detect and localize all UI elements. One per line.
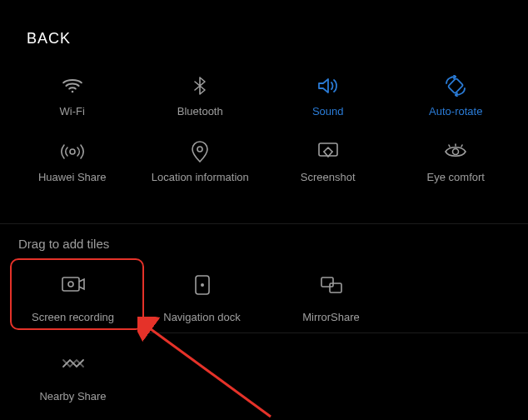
- sound-icon: [316, 73, 341, 98]
- section-title: Drag to add tiles: [18, 237, 109, 251]
- tile-eyecomfort[interactable]: Eye comfort: [393, 131, 518, 197]
- tile-label: Screenshot: [301, 171, 356, 183]
- tile-navdock[interactable]: Navigation dock: [137, 261, 266, 335]
- tile-sound[interactable]: Sound: [266, 65, 391, 131]
- tile-label: Bluetooth: [177, 105, 223, 118]
- location-icon: [187, 139, 212, 164]
- mirrorshare-icon: [319, 272, 344, 298]
- tile-label: Wi-Fi: [60, 105, 85, 118]
- tile-label: Huawei Share: [38, 171, 107, 183]
- tile-wifi[interactable]: Wi-Fi: [10, 65, 135, 131]
- wifi-icon: [60, 73, 85, 98]
- svg-rect-10: [321, 278, 333, 287]
- autorotate-icon: [443, 73, 468, 98]
- svg-point-3: [197, 147, 202, 152]
- section-divider-2: [146, 332, 528, 333]
- quick-settings-editor: BACK Wi-Fi: [0, 0, 528, 420]
- tile-screenrecording[interactable]: Screen recording: [8, 261, 137, 335]
- tile-huaweishare[interactable]: Huawei Share: [10, 131, 135, 197]
- screenshot-icon: [316, 139, 341, 164]
- svg-rect-4: [319, 143, 337, 156]
- tile-location[interactable]: Location information: [137, 131, 262, 197]
- svg-point-0: [71, 91, 73, 93]
- svg-rect-1: [448, 78, 463, 93]
- tile-label: MirrorShare: [302, 311, 360, 323]
- tile-mirrorshare[interactable]: MirrorShare: [266, 261, 396, 335]
- tile-bluetooth[interactable]: Bluetooth: [137, 65, 262, 131]
- svg-rect-6: [62, 278, 79, 291]
- inactive-row-1: Screen recording Navigation dock MirrorS…: [0, 261, 528, 335]
- tile-label: Auto-rotate: [429, 105, 482, 118]
- huaweishare-icon: [60, 139, 85, 164]
- tile-label: Screen recording: [32, 311, 114, 323]
- section-divider: [0, 223, 528, 224]
- eyecomfort-icon: [443, 139, 468, 164]
- tile-label: Eye comfort: [427, 171, 485, 183]
- tile-screenshot[interactable]: Screenshot: [266, 131, 391, 197]
- tile-autorotate[interactable]: Auto-rotate: [393, 65, 518, 131]
- svg-point-7: [68, 282, 73, 287]
- bluetooth-icon: [187, 73, 212, 98]
- tile-label: Location information: [152, 171, 249, 183]
- tile-label: Nearby Share: [39, 390, 106, 402]
- svg-point-9: [201, 283, 204, 287]
- tile-label: Navigation dock: [163, 311, 241, 323]
- svg-rect-11: [330, 283, 341, 292]
- screenrecording-icon: [61, 272, 86, 298]
- nearbyshare-icon: [61, 352, 86, 377]
- tile-label: Sound: [312, 105, 344, 118]
- svg-point-2: [70, 149, 75, 154]
- active-tiles-grid: Wi-Fi Bluetooth Sound: [0, 65, 528, 197]
- navdock-icon: [190, 272, 215, 298]
- back-button[interactable]: BACK: [27, 30, 71, 48]
- active-row-2: Huawei Share Location information: [0, 131, 528, 197]
- inactive-row-2: Nearby Share: [0, 340, 528, 414]
- active-row-1: Wi-Fi Bluetooth Sound: [0, 65, 528, 131]
- svg-point-5: [453, 149, 459, 155]
- tile-nearbyshare[interactable]: Nearby Share: [8, 340, 137, 414]
